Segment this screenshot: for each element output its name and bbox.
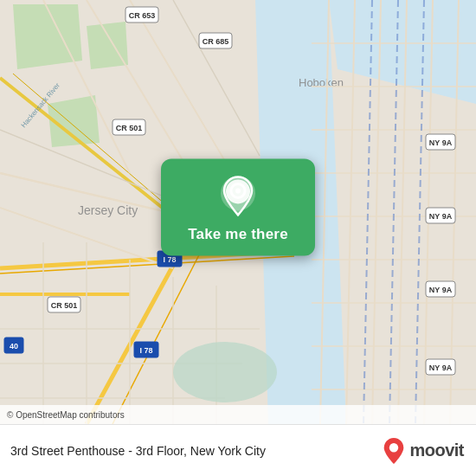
take-me-there-button[interactable]: Take me there xyxy=(188,226,288,243)
svg-point-73 xyxy=(173,342,277,402)
footer: 3rd Street Penthouse - 3rd Floor, New Yo… xyxy=(0,424,476,476)
map-container: CR 653 CR 685 CR 501 I 78 I 78 CR 501 40… xyxy=(0,0,476,424)
attribution-text: © OpenStreetMap contributors xyxy=(7,410,125,420)
moovit-logo: moovit xyxy=(382,437,464,465)
svg-text:CR 653: CR 653 xyxy=(129,11,156,20)
svg-text:40: 40 xyxy=(10,342,18,351)
moovit-brand-text: moovit xyxy=(409,441,464,460)
location-title: 3rd Street Penthouse - 3rd Floor, New Yo… xyxy=(10,444,266,458)
svg-text:NY 9A: NY 9A xyxy=(429,286,453,294)
location-card[interactable]: Take me there xyxy=(161,158,315,255)
svg-point-79 xyxy=(389,443,398,452)
svg-text:I 78: I 78 xyxy=(163,255,176,264)
svg-text:NY 9A: NY 9A xyxy=(429,138,453,147)
svg-text:Jersey City: Jersey City xyxy=(78,203,138,217)
attribution-bar: © OpenStreetMap contributors xyxy=(0,405,476,424)
svg-text:CR 501: CR 501 xyxy=(51,301,78,310)
svg-marker-5 xyxy=(13,4,82,69)
svg-text:NY 9A: NY 9A xyxy=(429,363,453,372)
svg-text:CR 685: CR 685 xyxy=(203,37,229,46)
svg-point-78 xyxy=(235,188,241,193)
moovit-pin-icon xyxy=(382,437,406,465)
svg-text:CR 501: CR 501 xyxy=(116,124,143,132)
svg-marker-6 xyxy=(87,22,128,69)
location-pin-icon xyxy=(219,174,257,217)
svg-text:I 78: I 78 xyxy=(139,346,152,355)
svg-text:NY 9A: NY 9A xyxy=(429,212,453,221)
